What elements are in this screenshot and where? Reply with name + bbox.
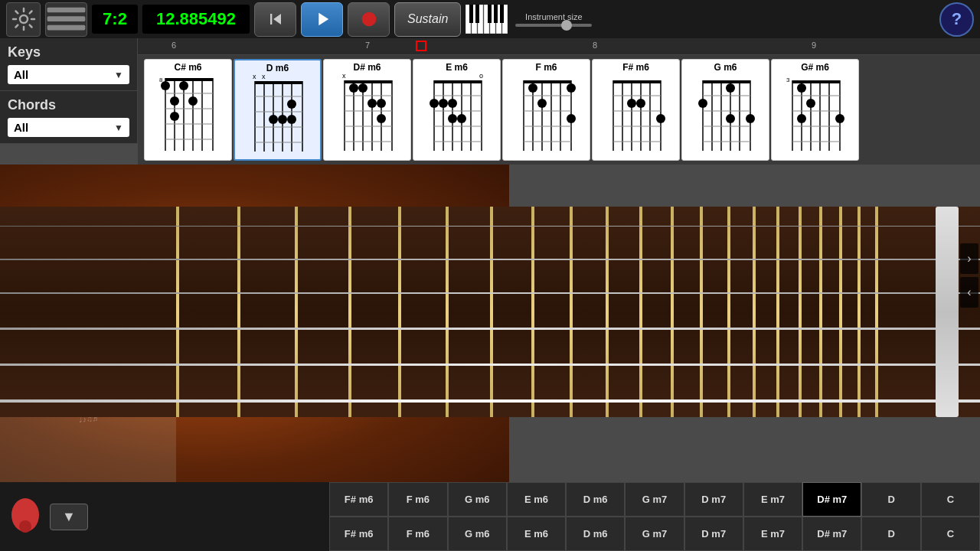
timeline-marker-9: 9 [812, 38, 816, 50]
chord-diagram-d-sharp-m6: x [337, 74, 398, 151]
fretboard[interactable] [0, 207, 980, 417]
svg-point-143 [797, 114, 806, 123]
chord-btn-c-1[interactable]: C [921, 482, 980, 517]
chord-btn-f-m6-1[interactable]: F m6 [388, 482, 447, 517]
chord-card-d-m6[interactable]: D m6 x x [234, 59, 322, 161]
svg-point-64 [358, 83, 368, 93]
top-bar: 7:2 12.885492 Sustain [0, 0, 980, 38]
chord-diagram-e-m6: o [426, 74, 488, 151]
chord-btn-f-sharp-m6-2[interactable]: F# m6 [329, 517, 388, 551]
keys-dropdown-arrow: ▼ [114, 70, 123, 80]
chord-btn-d-sharp-m7-1[interactable]: D# m7 [802, 482, 861, 517]
svg-point-31 [170, 96, 179, 106]
svg-point-0 [20, 15, 28, 23]
chord-btn-d-m6-2[interactable]: D m6 [566, 517, 625, 551]
record-button[interactable] [348, 2, 390, 37]
fret-line [446, 207, 449, 417]
chord-card-f-m6[interactable]: F m6 [502, 59, 590, 161]
chord-btn-g-m6-1[interactable]: G m6 [448, 482, 507, 517]
svg-point-33 [170, 112, 179, 121]
chord-card-c-sharp-m6[interactable]: C# m6 8 [144, 59, 232, 161]
chord-btn-d-2[interactable]: D [861, 517, 920, 551]
chord-card-g-sharp-m6[interactable]: G# m6 3 [771, 59, 859, 161]
string-6 [0, 399, 980, 403]
chord-btn-e-m6-1[interactable]: E m6 [507, 482, 566, 517]
chord-btn-d-m7-1[interactable]: D m7 [684, 482, 743, 517]
guitar-area: ♩♪♫♬ › [0, 165, 980, 494]
instrument-size-slider[interactable] [515, 24, 592, 27]
fret-line [799, 207, 802, 417]
chord-btn-d-1[interactable]: D [861, 482, 920, 517]
chord-card-name: F# m6 [622, 62, 649, 73]
chord-card-e-m6[interactable]: E m6 o [413, 59, 501, 161]
chord-btn-d-m6-1[interactable]: D m6 [566, 482, 625, 517]
grid-button[interactable] [45, 2, 87, 37]
chord-btn-f-sharp-m6-1[interactable]: F# m6 [329, 482, 388, 517]
sustain-button[interactable]: Sustain [394, 2, 461, 37]
chevron-right-icon: › [967, 252, 971, 266]
svg-point-50 [287, 115, 296, 124]
svg-point-112 [636, 99, 645, 108]
keys-dropdown-value: All [14, 68, 28, 81]
chord-diagram-g-m6 [695, 74, 756, 151]
string-2 [0, 259, 980, 260]
scroll-controls: › ‹ [959, 241, 980, 310]
timeline-inner[interactable]: 6 7 8 9 [138, 38, 980, 54]
string-4 [0, 328, 980, 330]
chord-btn-d-sharp-m7-2[interactable]: D# m7 [802, 517, 861, 551]
fret-line [348, 207, 351, 417]
svg-point-29 [161, 81, 170, 90]
svg-rect-130 [792, 80, 840, 83]
slider-thumb[interactable] [561, 20, 572, 31]
fret-line [776, 207, 779, 417]
instrument-size-label: Instrument size [525, 12, 583, 21]
fret-line [727, 207, 730, 417]
svg-point-80 [430, 99, 439, 108]
svg-rect-85 [524, 80, 571, 83]
fret-line [858, 207, 861, 417]
settings-button[interactable] [6, 2, 41, 37]
fret-line [295, 207, 298, 417]
play-button[interactable] [301, 2, 343, 37]
scroll-up-button[interactable]: › [960, 243, 978, 274]
help-button[interactable]: ? [939, 2, 974, 37]
chord-btn-e-m6-2[interactable]: E m6 [507, 517, 566, 551]
chords-area: C# m6 8 D m6 [138, 55, 980, 165]
keys-section: Keys All ▼ [0, 38, 137, 91]
svg-point-47 [287, 99, 296, 109]
chord-btn-g-m7-2[interactable]: G m7 [625, 517, 684, 551]
fret-line [875, 207, 878, 417]
chord-btn-f-m6-2[interactable]: F m6 [388, 517, 447, 551]
chord-btn-d-m7-2[interactable]: D m7 [684, 517, 743, 551]
keys-dropdown[interactable]: All ▼ [8, 65, 129, 84]
svg-point-63 [349, 83, 358, 93]
time-signature-display: 7:2 [92, 5, 138, 34]
chord-card-name: G# m6 [801, 62, 829, 73]
svg-rect-13 [475, 5, 479, 23]
chord-card-d-sharp-m6[interactable]: D# m6 x [323, 59, 411, 161]
rewind-button[interactable] [254, 2, 296, 37]
chord-btn-g-m7-1[interactable]: G m7 [625, 482, 684, 517]
svg-rect-18 [165, 78, 213, 81]
chords-dropdown[interactable]: All ▼ [8, 118, 129, 137]
chord-btn-g-m6-2[interactable]: G m6 [448, 517, 507, 551]
chord-card-g-m6[interactable]: G m6 [681, 59, 769, 161]
chord-diagram-c-sharp-m6: 8 [158, 74, 219, 151]
svg-rect-36 [255, 81, 302, 84]
down-button[interactable]: ▼ [50, 504, 88, 530]
chord-btn-e-m7-2[interactable]: E m7 [743, 517, 802, 551]
timeline-marker-6: 6 [172, 38, 176, 50]
playhead-circle [416, 41, 426, 51]
chord-btn-c-2[interactable]: C [921, 517, 980, 551]
svg-point-125 [726, 83, 735, 93]
svg-point-113 [656, 114, 665, 123]
chord-card-f-sharp-m6[interactable]: F# m6 [592, 59, 680, 161]
scroll-down-button[interactable]: ‹ [960, 277, 978, 308]
svg-rect-1 [47, 8, 86, 13]
svg-point-67 [377, 114, 386, 123]
string-1 [0, 226, 980, 227]
chord-btn-e-m7-1[interactable]: E m7 [743, 482, 802, 517]
svg-text:x: x [253, 75, 256, 80]
chord-card-name: D m6 [266, 63, 289, 73]
svg-point-97 [567, 83, 576, 93]
